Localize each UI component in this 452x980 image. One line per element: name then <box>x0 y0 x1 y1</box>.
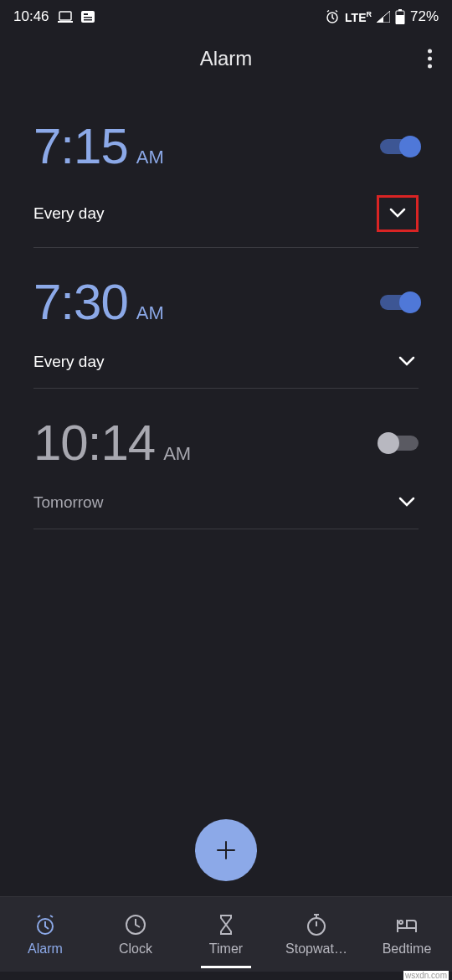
alarm-schedule-label: Every day <box>33 353 104 371</box>
chevron-down-icon <box>398 356 415 366</box>
svg-rect-3 <box>84 13 88 15</box>
signal-icon <box>377 11 390 23</box>
chevron-down-icon <box>398 497 415 507</box>
clock-icon <box>124 913 147 936</box>
alarm-time-button[interactable]: 7:30 AM <box>33 273 164 331</box>
battery-percent: 72% <box>410 8 439 25</box>
alarm-item: 7:30 AM Every day <box>33 273 419 389</box>
alarm-item: 7:15 AM Every day <box>33 117 419 248</box>
status-bar: 10:46 LTER 72% <box>0 0 452 34</box>
hourglass-icon <box>214 913 238 936</box>
alarm-time: 7:30 <box>33 273 128 331</box>
svg-rect-5 <box>84 19 92 21</box>
nav-label: Stopwat… <box>285 941 347 957</box>
alarm-time: 10:14 <box>33 414 155 472</box>
plus-icon <box>214 838 238 862</box>
alarm-icon <box>33 913 57 936</box>
toggle-knob <box>399 291 421 313</box>
watermark: wsxdn.com <box>403 971 449 980</box>
toggle-knob <box>399 136 421 157</box>
alarm-ampm: AM <box>163 443 191 465</box>
nav-bedtime[interactable]: Bedtime <box>362 913 452 957</box>
app-header: Alarm <box>0 34 452 84</box>
nav-label: Clock <box>119 941 152 957</box>
alarm-time-button[interactable]: 10:14 AM <box>33 414 191 472</box>
overflow-menu-button[interactable] <box>428 49 432 69</box>
svg-rect-0 <box>59 12 71 20</box>
nav-stopwatch[interactable]: Stopwat… <box>271 913 362 957</box>
status-right: LTER 72% <box>325 8 439 25</box>
svg-rect-9 <box>396 15 404 24</box>
status-time: 10:46 <box>13 8 49 25</box>
alarm-toggle[interactable] <box>380 139 419 154</box>
alarm-schedule-label: Tomorrow <box>33 493 103 512</box>
highlight-annotation <box>377 195 419 232</box>
alarms-list: 7:15 AM Every day 7:30 AM <box>0 117 452 529</box>
nav-label: Bedtime <box>383 941 432 957</box>
stopwatch-icon <box>305 913 328 936</box>
laptop-icon <box>58 11 73 23</box>
expand-alarm-button[interactable] <box>386 203 409 224</box>
menu-dot-icon <box>428 64 432 69</box>
alarm-toggle[interactable] <box>380 295 419 310</box>
expand-alarm-button[interactable] <box>395 351 419 373</box>
nav-alarm[interactable]: Alarm <box>0 913 90 957</box>
svg-rect-4 <box>84 17 92 18</box>
status-left: 10:46 <box>13 8 95 25</box>
alarm-status-icon <box>325 9 340 24</box>
menu-dot-icon <box>428 57 432 61</box>
nav-label: Timer <box>209 941 243 957</box>
svg-rect-1 <box>58 21 73 23</box>
alarm-schedule-label: Every day <box>33 204 104 223</box>
page-title: Alarm <box>200 47 253 70</box>
alarm-time-button[interactable]: 7:15 AM <box>33 117 164 175</box>
bed-icon <box>395 913 419 936</box>
nav-timer[interactable]: Timer <box>181 913 271 957</box>
nav-indicator <box>201 966 251 968</box>
nav-clock[interactable]: Clock <box>90 913 181 957</box>
alarm-item: 10:14 AM Tomorrow <box>33 414 419 529</box>
toggle-knob <box>378 432 399 454</box>
alarm-time: 7:15 <box>33 117 128 175</box>
alarm-ampm: AM <box>136 147 164 168</box>
menu-dot-icon <box>428 49 432 54</box>
alarm-ampm: AM <box>136 302 164 324</box>
chevron-down-icon <box>389 208 406 218</box>
add-alarm-button[interactable] <box>195 819 257 881</box>
alarm-toggle[interactable] <box>380 436 419 451</box>
nav-label: Alarm <box>28 941 63 957</box>
expand-alarm-button[interactable] <box>395 492 419 513</box>
bottom-navigation: Alarm Clock Timer Stopwat… Bedtime <box>0 896 452 972</box>
network-type: LTER <box>345 10 372 24</box>
news-icon <box>81 11 95 23</box>
battery-icon <box>395 9 405 24</box>
